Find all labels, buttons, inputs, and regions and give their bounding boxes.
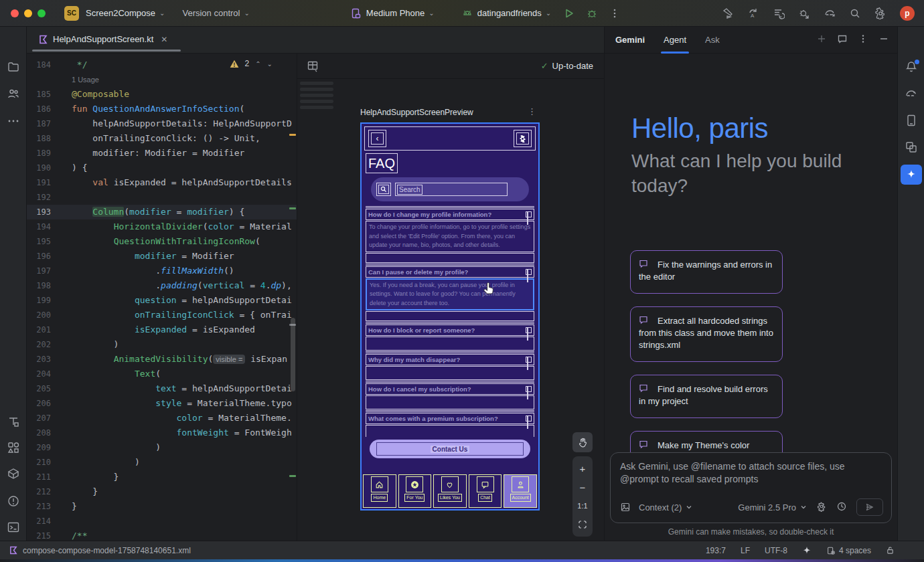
new-chat-icon[interactable] bbox=[816, 33, 827, 47]
code-line[interactable]: 196 modifier = Modifier bbox=[27, 249, 297, 264]
code-line[interactable]: 202 ) bbox=[27, 337, 297, 352]
more-tool-windows-icon[interactable] bbox=[7, 114, 20, 128]
apply-changes-icon[interactable]: A bbox=[747, 7, 759, 19]
code-line[interactable]: 198 .padding(vertical = 4.dp), bbox=[27, 278, 297, 293]
warning-marker[interactable] bbox=[289, 134, 296, 136]
code-line[interactable]: 186fun QuestionAndAnswerInfoSection( bbox=[27, 102, 297, 116]
nav-item-home[interactable]: Home bbox=[363, 474, 396, 508]
minimize-window-button[interactable] bbox=[24, 9, 32, 17]
code-line[interactable]: 215/** bbox=[27, 529, 297, 541]
lock-icon[interactable] bbox=[886, 546, 895, 555]
pan-tool-button[interactable] bbox=[572, 432, 593, 452]
code-line[interactable]: 187 helpAndSupportDetails: HelpAndSuppor… bbox=[27, 116, 297, 131]
run-button[interactable] bbox=[563, 7, 575, 19]
code-line[interactable]: 188 onTrailingIconClick: () -> Unit, bbox=[27, 131, 297, 146]
nav-item-for-you[interactable]: For You bbox=[398, 474, 432, 508]
user-avatar[interactable]: p bbox=[900, 6, 915, 21]
resource-manager-tool-icon[interactable] bbox=[7, 441, 20, 454]
device-selector[interactable]: Medium Phone⌄ bbox=[350, 7, 435, 19]
code-line[interactable]: 209 ) bbox=[27, 440, 297, 455]
faq-question[interactable]: Can I pause or delete my profile? bbox=[366, 266, 534, 278]
code-line[interactable]: 208 fontWeight = FontWeigh bbox=[27, 426, 297, 440]
suggestion-card[interactable]: Fix the warnings and errors in the edito… bbox=[630, 250, 783, 294]
settings-gear-button[interactable] bbox=[514, 130, 532, 147]
gemini-input-box[interactable]: Ask Gemini, use @filename to attach sour… bbox=[610, 452, 892, 523]
code-line[interactable]: 207 color = MaterialTheme. bbox=[27, 411, 297, 426]
expand-icon[interactable] bbox=[526, 357, 532, 363]
terminal-tool-icon[interactable] bbox=[7, 521, 20, 534]
faq-question[interactable]: Why did my match disappear? bbox=[366, 354, 534, 365]
code-line[interactable]: 193 Column(modifier = modifier) { bbox=[27, 205, 297, 219]
project-selector[interactable]: Screen2Compose⌄ bbox=[86, 8, 165, 18]
status-file[interactable]: compose-compose-model-1758748140651.xml bbox=[9, 546, 191, 555]
nav-item-likes-you[interactable]: Likes You bbox=[433, 474, 467, 508]
faq-answer[interactable]: To change your profile information, go t… bbox=[366, 221, 534, 252]
panel-options-icon[interactable] bbox=[858, 33, 868, 47]
previous-problem-icon[interactable]: ⌃ bbox=[255, 60, 260, 68]
line-ending[interactable]: LF bbox=[741, 546, 750, 555]
zoom-out-button[interactable]: − bbox=[574, 479, 591, 495]
gradle-sync-icon[interactable] bbox=[824, 7, 836, 19]
debug-button[interactable] bbox=[586, 7, 598, 19]
zoom-to-fit-button[interactable] bbox=[574, 517, 591, 533]
indent-setting[interactable]: 4 spaces bbox=[826, 546, 871, 555]
suggestion-card[interactable]: Find and resolve build errors in my proj… bbox=[630, 375, 783, 418]
zoom-actual-size-button[interactable]: 1:1 bbox=[574, 498, 591, 514]
file-encoding[interactable]: UTF-8 bbox=[765, 546, 787, 555]
send-button[interactable] bbox=[856, 498, 883, 516]
code-line[interactable]: 190) { bbox=[27, 161, 297, 175]
faq-question[interactable]: How do I block or report someone? bbox=[366, 324, 534, 336]
zoom-in-button[interactable]: + bbox=[574, 460, 591, 476]
code-line[interactable]: 191 val isExpanded = helpAndSupportDetai… bbox=[27, 175, 297, 190]
code-line[interactable]: 212 } bbox=[27, 484, 297, 499]
preview-options-icon[interactable]: ⋮ bbox=[528, 106, 536, 116]
build-tool-icon[interactable] bbox=[7, 467, 20, 480]
expand-icon[interactable] bbox=[526, 327, 532, 333]
change-marker[interactable] bbox=[289, 475, 296, 477]
close-window-button[interactable] bbox=[11, 9, 19, 17]
code-editor[interactable]: 184 */1 Usage185@Composable186fun Questi… bbox=[27, 54, 297, 541]
chat-history-icon[interactable] bbox=[837, 33, 848, 47]
notifications-bell-icon[interactable] bbox=[905, 60, 918, 74]
nav-item-account[interactable]: Account bbox=[504, 474, 537, 508]
maximize-window-button[interactable] bbox=[37, 9, 46, 17]
gemini-settings-icon[interactable] bbox=[816, 501, 827, 514]
prompt-history-icon[interactable] bbox=[836, 501, 847, 514]
attach-debugger-icon[interactable] bbox=[798, 7, 810, 19]
gemini-tool-button[interactable] bbox=[901, 165, 922, 185]
more-actions-button[interactable] bbox=[609, 7, 621, 19]
change-marker[interactable] bbox=[289, 207, 296, 209]
attach-image-icon[interactable] bbox=[620, 502, 631, 512]
suggestion-card[interactable]: Extract all hardcoded strings from this … bbox=[630, 306, 783, 362]
users-tool-icon[interactable] bbox=[7, 87, 20, 100]
code-line[interactable]: 205 text = helpAndSupportDetai bbox=[27, 381, 297, 396]
close-tab-icon[interactable]: ✕ bbox=[161, 35, 167, 44]
settings-icon[interactable] bbox=[874, 7, 887, 19]
apply-code-changes-icon[interactable] bbox=[773, 7, 785, 19]
code-line[interactable]: 201 isExpanded = isExpanded bbox=[27, 322, 297, 337]
code-line[interactable]: 195 QuestionWithTrailingIconRow( bbox=[27, 234, 297, 249]
faq-question[interactable]: How do I change my profile information? bbox=[366, 209, 534, 220]
layout-inspector-tool-icon[interactable] bbox=[905, 140, 918, 154]
code-line[interactable]: 199 question = helpAndSupportDetai bbox=[27, 293, 297, 308]
model-selector[interactable]: Gemini 2.5 Pro bbox=[738, 502, 807, 512]
code-line[interactable]: 204 Text( bbox=[27, 367, 297, 381]
faq-question[interactable]: What comes with a premium subscription? bbox=[366, 413, 534, 424]
preview-layout-icon[interactable] bbox=[307, 60, 319, 72]
problems-tool-icon[interactable] bbox=[7, 494, 20, 508]
expand-icon[interactable] bbox=[526, 269, 532, 275]
code-line[interactable]: 211 } bbox=[27, 470, 297, 484]
code-line[interactable]: 200 onTrailingIconClick = { onTrai bbox=[27, 308, 297, 322]
code-line[interactable]: 185@Composable bbox=[27, 87, 297, 102]
compose-ui-tool-icon[interactable] bbox=[7, 415, 20, 428]
code-line[interactable]: 203 AnimatedVisibility(visible = isExpan bbox=[27, 352, 297, 367]
inspection-widget[interactable]: 2 ⌃ ⌄ bbox=[230, 59, 273, 68]
search-input[interactable]: Search bbox=[395, 183, 508, 196]
version-control-menu[interactable]: Version control⌄ bbox=[182, 8, 249, 18]
build-run-icon[interactable] bbox=[722, 7, 734, 19]
expand-icon[interactable] bbox=[526, 386, 532, 392]
code-usage-hint-row[interactable]: 1 Usage bbox=[27, 72, 297, 87]
context-dropdown[interactable]: Context (2) bbox=[639, 502, 692, 512]
device-manager-tool-icon[interactable] bbox=[905, 114, 918, 127]
gemini-status-icon[interactable] bbox=[802, 546, 812, 555]
